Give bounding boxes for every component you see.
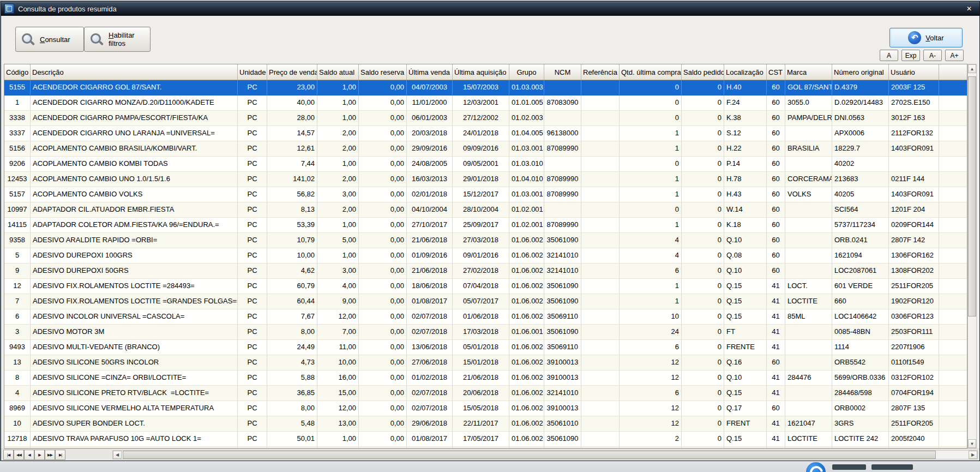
close-button[interactable]: ✕ [961,3,977,14]
column-header[interactable]: Grupo [509,64,544,80]
table-cell: 0,00 [359,279,407,294]
scroll-left-arrow[interactable]: ◀ [113,451,122,459]
table-cell [581,95,620,110]
table-row[interactable]: 3337ACENDEDOR CIGARRO UNO LARANJA =UNIVE… [4,126,967,141]
column-header[interactable]: Saldo atual [317,64,359,80]
column-header[interactable]: Marca [785,64,832,80]
row-filler [939,401,967,416]
column-header[interactable]: Preço de venda [267,64,317,80]
table-row[interactable]: 5156ACOPLAMENTO CAMBIO BRASILIA/KOMBI/VA… [4,141,967,157]
table-cell [544,111,581,126]
table-cell: 41 [767,416,785,431]
column-header[interactable]: Número original [832,64,889,80]
table-cell: PC [238,325,267,339]
table-cell: 0,00 [359,126,407,141]
table-row[interactable]: 1ACENDEDOR CIGARRO MONZA/D.20/D11000/KAD… [4,95,967,111]
column-header[interactable]: Localização [724,64,767,80]
table-row[interactable]: 10ADESIVO SUPER BONDER LOCT.PC5,4813,000… [4,416,967,432]
horizontal-scrollbar[interactable]: ◀ ▶ [112,450,978,459]
font-normal-button[interactable]: A [880,50,898,61]
column-header[interactable]: Unidade [238,64,267,80]
table-row[interactable]: 3ADESIVO MOTOR 3MPC8,007,000,0002/07/201… [4,325,967,340]
next-record-button[interactable]: ▶ [34,450,45,460]
table-cell: 2511FOR205 [889,279,939,294]
column-header[interactable]: NCM [544,64,581,80]
table-row[interactable]: 8ADESIVO SILICONE =CINZA= ORBI/LOCTITE=P… [4,371,967,386]
table-cell [785,325,832,339]
font-decrease-button[interactable]: A- [923,50,942,61]
table-cell: 2,00 [317,141,359,156]
table-row[interactable]: 12ADESIVO FIX.ROLAMENTOS LOCTITE =284493… [4,279,967,294]
table-row[interactable]: 7ADESIVO FIX.ROLAMENTOS LOCTITE =GRANDES… [4,294,967,309]
table-row[interactable]: 12453ACOPLAMENTO CAMBIO UNO 1.0/1.5/1.6P… [4,172,967,187]
table-cell: Q.15 [724,432,767,446]
table-cell [889,157,939,171]
table-cell: 1 [620,218,682,232]
table-cell: 213683 [832,172,889,187]
table-row[interactable]: 6ADESIVO INCOLOR UNIVERSAL =CASCOLA=PC7,… [4,309,967,325]
first-record-button[interactable]: |◀ [3,450,14,460]
table-cell: 36,85 [267,386,317,401]
column-header[interactable]: Saldo pedido [682,64,724,80]
column-header[interactable]: CST [767,64,785,80]
column-header[interactable]: Última aquisição [453,64,509,80]
table-cell: 18/06/2018 [407,279,453,294]
table-cell [581,187,620,202]
table-row[interactable]: 8969ADESIVO SILICONE VERMELHO ALTA TEMPE… [4,401,967,416]
table-row[interactable]: 5ADESIVO DUREPOXI 100GRSPC10,001,000,000… [4,248,967,264]
table-cell [785,340,832,355]
table-row[interactable]: 5157ACOPLAMENTO CAMBIO VOLKSPC56,823,000… [4,187,967,202]
table-cell: 05/07/2017 [453,294,509,309]
table-cell: LOCTITE [785,294,832,309]
vertical-scrollbar[interactable]: ▲ ▼ [967,64,977,449]
scroll-right-arrow[interactable]: ▶ [969,451,977,459]
column-header[interactable]: Última venda [407,64,453,80]
horizontal-scroll-track[interactable] [122,451,969,459]
column-header[interactable]: Qtd. última compra [620,64,682,80]
table-row[interactable]: 9493ADESIVO MULTI-VEDANTE (BRANCO)PC24,4… [4,340,967,355]
column-header[interactable]: Descrição [31,64,238,80]
table-cell: 0,00 [359,401,407,416]
table-cell: 5156 [4,141,31,156]
table-row[interactable]: 9ADESIVO DUREPOXI 50GRSPC4,623,000,0021/… [4,264,967,279]
table-cell: 01.06.002 [509,248,544,263]
scroll-up-arrow[interactable]: ▲ [968,64,976,73]
table-cell: FRENTE [724,340,767,355]
scroll-down-arrow[interactable]: ▼ [968,439,976,448]
column-header[interactable]: Usuário [889,64,939,80]
table-cell: 60 [767,187,785,202]
prior-record-button[interactable]: ◀ [24,450,34,460]
table-cell: 0 [682,126,724,141]
column-header[interactable]: Saldo reserva [359,64,407,80]
table-row[interactable]: 4ADESIVO SILICONE PRETO RTV/BLACK =LOCTI… [4,386,967,401]
prior-page-button[interactable]: ◀◀ [14,450,24,460]
horizontal-scroll-thumb[interactable] [123,451,936,459]
table-row[interactable]: 5155ACENDEDOR CIGARRO GOL 87/SANT.PC23,0… [4,80,967,95]
column-header[interactable]: Código [4,64,31,80]
column-header[interactable]: Referência [581,64,620,80]
table-cell: 53,39 [267,218,317,232]
export-button[interactable]: Exp [901,50,920,61]
table-cell: 3337 [4,126,31,141]
vertical-scroll-thumb[interactable] [968,76,976,316]
table-row[interactable]: 9206ACOPLAMENTO CAMBIO KOMBI TODASPC7,44… [4,157,967,172]
table-row[interactable]: 10997ADAPTADOR CIL.ATUADOR EMBR.FIESTAPC… [4,202,967,218]
consultar-button[interactable]: Consultar [15,27,84,52]
table-row[interactable]: 9358ADESIVO ARALDITE RAPIDO =ORBI=PC10,7… [4,233,967,248]
table-row[interactable]: 14115ADAPTADOR COLETOR ADM.FIESTA/KA 96/… [4,218,967,233]
table-row[interactable]: 3338ACENDEDOR CIGARRO PAMPA/ESCORT/FIEST… [4,111,967,126]
table-row[interactable]: 13ADESIVO SILICONE 50GRS INCOLORPC4,7310… [4,355,967,371]
voltar-button[interactable]: ↶ Voltar [889,28,963,47]
table-cell: 01.06.002 [509,432,544,446]
table-cell: 01.04.005 [509,126,544,141]
last-record-button[interactable]: ▶| [55,450,65,460]
habilitar-filtros-button[interactable]: Habilitar filtros [84,27,151,52]
vertical-scroll-track[interactable] [968,73,976,439]
table-row[interactable]: 12718ADESIVO TRAVA PARAFUSO 10G =AUTO LO… [4,432,967,447]
table-cell: 8 [4,371,31,385]
font-increase-button[interactable]: A+ [945,50,964,61]
table-cell: 1201F 204 [889,202,939,217]
next-page-button[interactable]: ▶▶ [45,450,55,460]
title-bar[interactable]: Consulta de produtos resumida [1,2,979,16]
row-filler [939,126,967,141]
